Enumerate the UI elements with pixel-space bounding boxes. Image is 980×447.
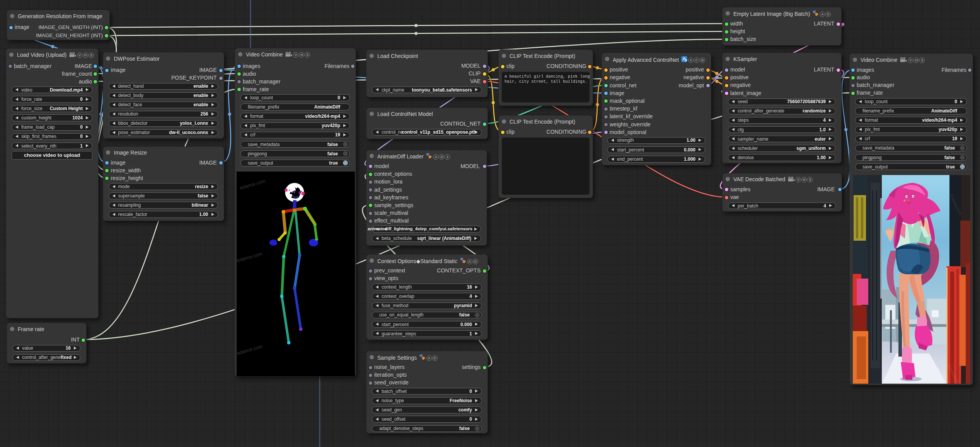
svg-text:·edance.com: ·edance.com <box>238 178 266 191</box>
svg-text:edance.com: edance.com <box>237 251 263 263</box>
svg-text:Pixeldance: Pixeldance <box>948 193 963 216</box>
svg-text:edance.com: edance.com <box>237 344 263 356</box>
